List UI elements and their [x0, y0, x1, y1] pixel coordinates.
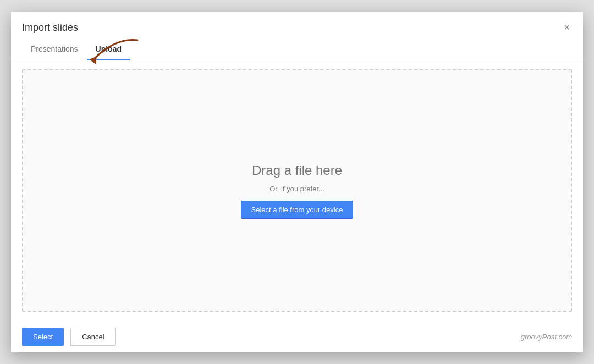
watermark: groovyPost.com — [521, 333, 572, 341]
dialog-body: Drag a file here Or, if you prefer... Se… — [11, 60, 583, 321]
tab-upload[interactable]: Upload — [87, 39, 130, 60]
import-slides-dialog: Import slides × Presentations Upload Dra… — [11, 12, 583, 352]
tab-presentations[interactable]: Presentations — [22, 39, 87, 60]
or-text: Or, if you prefer... — [270, 185, 324, 193]
drop-zone[interactable]: Drag a file here Or, if you prefer... Se… — [22, 69, 572, 312]
tabs-row: Presentations Upload — [11, 39, 583, 60]
cancel-button[interactable]: Cancel — [70, 328, 116, 346]
select-file-button[interactable]: Select a file from your device — [241, 201, 354, 219]
dialog-title: Import slides — [22, 22, 78, 34]
footer-actions: Select Cancel — [22, 328, 116, 346]
select-button[interactable]: Select — [22, 328, 64, 346]
dialog-footer: Select Cancel groovyPost.com — [11, 321, 583, 352]
dialog-header: Import slides × — [11, 12, 583, 35]
close-button[interactable]: × — [562, 20, 572, 35]
drag-text: Drag a file here — [252, 163, 342, 178]
